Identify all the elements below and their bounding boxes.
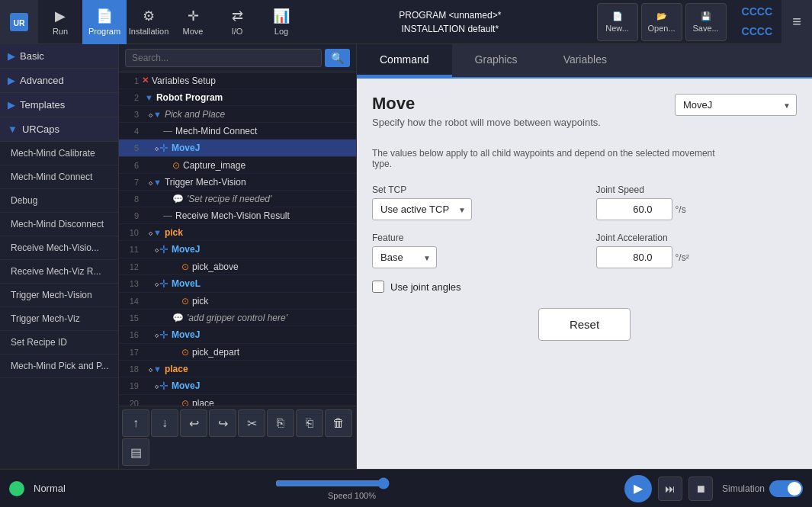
sidebar-header-templates[interactable]: ▶ Templates bbox=[0, 93, 118, 117]
search-button[interactable]: 🔍 bbox=[325, 49, 350, 67]
sidebar-header-advanced[interactable]: ▶ Advanced bbox=[0, 69, 118, 93]
target-icon-5: ⊙ bbox=[181, 398, 189, 406]
speed-bar bbox=[275, 477, 428, 489]
menu-button[interactable]: ≡ bbox=[782, 0, 812, 44]
cut-button[interactable]: ✂ bbox=[238, 409, 265, 437]
nav-move[interactable]: ✛ Move bbox=[171, 0, 215, 44]
tab-variables[interactable]: Variables bbox=[541, 44, 630, 77]
tree-row[interactable]: 12 ⊙ pick_above bbox=[119, 258, 356, 275]
nav-io[interactable]: ⇄ I/O bbox=[215, 0, 259, 44]
sidebar-item-connect[interactable]: Mech-Mind Connect bbox=[0, 165, 118, 189]
save-button[interactable]: 💾 Save... bbox=[685, 3, 727, 41]
speed-container: Speed 100% bbox=[88, 477, 615, 500]
joint-accel-row: °/s² bbox=[596, 246, 798, 268]
move-down-button[interactable]: ↓ bbox=[151, 409, 178, 437]
sidebar-item-debug[interactable]: Debug bbox=[0, 189, 118, 213]
tree-label: Variables Setup bbox=[152, 75, 216, 86]
joint-accel-group: Joint Acceleration °/s² bbox=[596, 233, 798, 268]
tree-row[interactable]: 19 ⬦ ✛ MoveJ bbox=[119, 377, 356, 395]
tree-row[interactable]: 14 ⊙ pick bbox=[119, 293, 356, 310]
tree-row[interactable]: 5 ⬦ ✛ MoveJ bbox=[119, 140, 356, 157]
tree-row[interactable]: 10 ⬦ ▼ pick bbox=[119, 224, 356, 241]
expand-icon-3: ▼ bbox=[153, 178, 162, 187]
sidebar-item-trigger-vision[interactable]: Trigger Mech-Vision bbox=[0, 284, 118, 307]
tree-label: pick_above bbox=[192, 262, 239, 272]
paste-button[interactable]: ⎗ bbox=[296, 409, 323, 437]
joint-accel-input[interactable] bbox=[596, 246, 672, 268]
speed-label: Speed 100% bbox=[328, 491, 376, 500]
sidebar-item-trigger-viz[interactable]: Trigger Mech-Viz bbox=[0, 307, 118, 331]
tree-row[interactable]: 9 — Receive Mech-Vision Result bbox=[119, 207, 356, 224]
tree-row[interactable]: 15 💬 'add gripper control here' bbox=[119, 310, 356, 326]
sidebar-header-urcaps[interactable]: ▼ URCaps bbox=[0, 117, 118, 142]
tree-row[interactable]: 6 ⊙ Capture_image bbox=[119, 157, 356, 174]
tab-command[interactable]: Command bbox=[357, 44, 452, 77]
expand-icon-5: ▼ bbox=[153, 364, 162, 374]
tree-row[interactable]: 16 ⬦ ✛ MoveJ bbox=[119, 326, 356, 344]
step-forward-button[interactable]: ⏭ bbox=[658, 477, 682, 501]
use-joint-angles-label: Use joint angles bbox=[390, 281, 461, 293]
tree-row[interactable]: 18 ⬦ ▼ place bbox=[119, 361, 356, 377]
program-label: Program bbox=[88, 27, 120, 36]
joint-angles-row: Use joint angles bbox=[372, 281, 797, 293]
tree-label: MoveJ bbox=[172, 244, 200, 255]
line-number: 11 bbox=[122, 245, 139, 254]
joint-accel-unit: °/s² bbox=[676, 252, 689, 263]
simulation-toggle[interactable] bbox=[769, 480, 803, 497]
move-up-button[interactable]: ↑ bbox=[122, 409, 149, 437]
tree-panel: 🔍 1 ✕ Variables Setup 2 ▼ Robot Program … bbox=[119, 44, 357, 469]
set-tcp-select[interactable]: Use active TCP TCP 1 TCP 2 bbox=[372, 198, 472, 220]
tree-row[interactable]: 17 ⊙ pick_depart bbox=[119, 344, 356, 361]
joint-speed-input[interactable] bbox=[596, 198, 672, 220]
feature-select[interactable]: Base Tool Custom bbox=[372, 246, 437, 268]
new-button[interactable]: 📄 New... bbox=[597, 3, 638, 41]
redo-button[interactable]: ↪ bbox=[209, 409, 236, 437]
sidebar-item-pick-place[interactable]: Mech-Mind Pick and P... bbox=[0, 355, 118, 378]
open-button[interactable]: 📂 Open... bbox=[641, 3, 682, 41]
stop-button[interactable]: ⏹ bbox=[688, 477, 713, 501]
tree-row[interactable]: 4 — Mech-Mind Connect bbox=[119, 123, 356, 140]
tree-row[interactable]: 8 💬 'Set recipe if needed' bbox=[119, 191, 356, 207]
sidebar-item-calibrate[interactable]: Mech-Mind Calibrate bbox=[0, 142, 118, 165]
tree-row[interactable]: 2 ▼ Robot Program bbox=[119, 89, 356, 106]
installation-icon: ⚙ bbox=[143, 8, 155, 24]
status-indicator bbox=[9, 481, 24, 496]
tree-row[interactable]: 20 ⊙ place bbox=[119, 395, 356, 406]
tree-row[interactable]: 1 ✕ Variables Setup bbox=[119, 72, 356, 89]
move-info: Move Specify how the robot will move bet… bbox=[372, 94, 601, 136]
nav-run[interactable]: ▶ Run bbox=[38, 0, 82, 44]
speed-slider[interactable] bbox=[275, 477, 390, 489]
tab-graphics[interactable]: Graphics bbox=[452, 44, 541, 77]
copy-button[interactable]: ⎘ bbox=[267, 409, 294, 437]
move-crosshair-icon-4: ✛ bbox=[159, 329, 168, 341]
reset-button[interactable]: Reset bbox=[538, 308, 631, 341]
sidebar-item-receive-vision[interactable]: Receive Mech-Visio... bbox=[0, 236, 118, 260]
tree-row[interactable]: 11 ⬦ ✛ MoveJ bbox=[119, 241, 356, 258]
expand-icon-2: ▼ bbox=[153, 110, 162, 119]
nav-log[interactable]: 📊 Log bbox=[259, 0, 303, 44]
log-label: Log bbox=[274, 27, 288, 36]
waypoint-icon-6: ⬦ bbox=[154, 278, 159, 289]
sidebar-item-disconnect[interactable]: Mech-Mind Disconnect bbox=[0, 213, 118, 236]
header-row: Move Specify how the robot will move bet… bbox=[372, 94, 797, 136]
tree-row[interactable]: 13 ⬦ ✛ MoveL bbox=[119, 275, 356, 293]
tree-row[interactable]: 7 ⬦ ▼ Trigger Mech-Vision bbox=[119, 174, 356, 191]
nav-program[interactable]: 📄 Program bbox=[82, 0, 127, 44]
sidebar-item-set-recipe[interactable]: Set Recipe ID bbox=[0, 331, 118, 355]
tree-row[interactable]: 3 ⬦ ▼ Pick and Place bbox=[119, 106, 356, 123]
nav-installation[interactable]: ⚙ Installation bbox=[127, 0, 171, 44]
move-type-select[interactable]: MoveJ MoveL MoveP bbox=[675, 94, 797, 116]
sidebar-header-basic[interactable]: ▶ Basic bbox=[0, 44, 118, 69]
set-tcp-group: Set TCP Use active TCP TCP 1 TCP 2 bbox=[372, 185, 573, 220]
more-button[interactable]: ▤ bbox=[122, 438, 149, 466]
line-number: 16 bbox=[122, 330, 139, 339]
undo-button[interactable]: ↩ bbox=[180, 409, 207, 437]
use-joint-angles-checkbox[interactable] bbox=[372, 281, 384, 293]
sidebar-item-receive-viz[interactable]: Receive Mech-Viz R... bbox=[0, 260, 118, 284]
log-icon: 📊 bbox=[273, 8, 290, 24]
simulation-row: Simulation bbox=[722, 480, 803, 497]
play-button[interactable]: ▶ bbox=[624, 475, 652, 502]
search-input[interactable] bbox=[125, 49, 322, 67]
tree-toolbar: ↑ ↓ ↩ ↪ ✂ ⎘ ⎗ 🗑 ▤ bbox=[119, 406, 356, 469]
delete-button[interactable]: 🗑 bbox=[325, 409, 352, 437]
